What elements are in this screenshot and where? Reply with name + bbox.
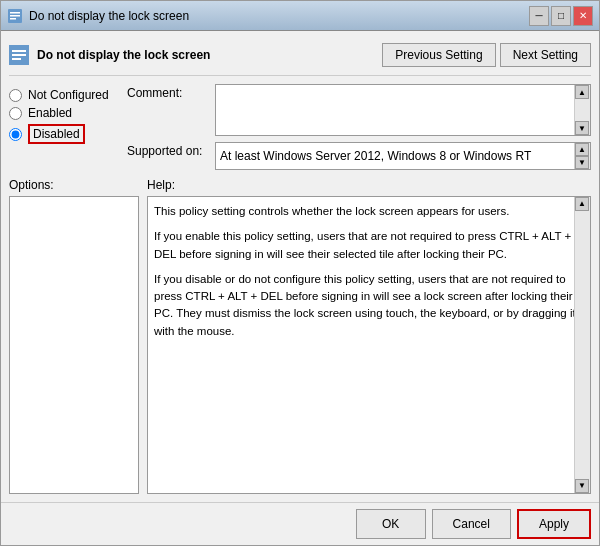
enabled-radio[interactable]	[9, 107, 22, 120]
svg-rect-1	[10, 12, 20, 14]
comment-label: Comment:	[127, 84, 207, 100]
options-column: Options:	[9, 178, 139, 494]
supported-scroll-up[interactable]: ▲	[575, 143, 589, 156]
supported-scrollbar: ▲ ▼	[574, 143, 590, 169]
scroll-up-arrow[interactable]: ▲	[575, 85, 589, 99]
previous-setting-button[interactable]: Previous Setting	[382, 43, 495, 67]
maximize-button[interactable]: □	[551, 6, 571, 26]
title-controls: ─ □ ✕	[529, 6, 593, 26]
help-label: Help:	[147, 178, 591, 192]
enabled-option[interactable]: Enabled	[9, 106, 119, 120]
comment-scrollbar: ▲ ▼	[574, 85, 590, 135]
comment-row: Comment: ▲ ▼	[127, 84, 591, 136]
svg-rect-7	[12, 58, 21, 60]
not-configured-radio[interactable]	[9, 89, 22, 102]
svg-rect-5	[12, 50, 26, 52]
help-scroll-down[interactable]: ▼	[575, 479, 589, 493]
svg-rect-3	[10, 18, 16, 20]
content-area: Do not display the lock screen Previous …	[1, 31, 599, 502]
header-section: Do not display the lock screen Previous …	[9, 39, 591, 76]
policy-title-area: Do not display the lock screen	[9, 45, 210, 65]
help-text: This policy setting controls whether the…	[154, 203, 584, 340]
policy-title-text: Do not display the lock screen	[37, 48, 210, 62]
ok-button[interactable]: OK	[356, 509, 426, 539]
disabled-option[interactable]: Disabled	[9, 124, 119, 144]
close-button[interactable]: ✕	[573, 6, 593, 26]
supported-value: At least Windows Server 2012, Windows 8 …	[216, 145, 574, 167]
supported-wrapper: At least Windows Server 2012, Windows 8 …	[215, 142, 591, 170]
supported-label: Supported on:	[127, 142, 207, 158]
help-column: Help: This policy setting controls wheth…	[147, 178, 591, 494]
help-paragraph-1: This policy setting controls whether the…	[154, 203, 584, 220]
supported-scroll-down[interactable]: ▼	[575, 156, 589, 169]
disabled-label: Disabled	[28, 124, 85, 144]
policy-icon	[9, 45, 29, 65]
title-bar: Do not display the lock screen ─ □ ✕	[1, 1, 599, 31]
comment-input[interactable]	[216, 85, 574, 135]
scroll-down-arrow[interactable]: ▼	[575, 121, 589, 135]
help-scroll-up[interactable]: ▲	[575, 197, 589, 211]
nav-buttons: Previous Setting Next Setting	[382, 43, 591, 67]
help-paragraph-2: If you enable this policy setting, users…	[154, 228, 584, 263]
radio-form-area: Not Configured Enabled Disabled Comment:	[9, 84, 591, 170]
help-paragraph-3: If you disable or do not configure this …	[154, 271, 584, 340]
options-label: Options:	[9, 178, 139, 192]
svg-rect-6	[12, 54, 26, 56]
svg-rect-2	[10, 15, 20, 17]
form-area: Comment: ▲ ▼ Supported on: At least Wind…	[127, 84, 591, 170]
help-scrollbar: ▲ ▼	[574, 197, 590, 493]
help-box: This policy setting controls whether the…	[147, 196, 591, 494]
window-icon	[7, 8, 23, 24]
not-configured-label: Not Configured	[28, 88, 109, 102]
not-configured-option[interactable]: Not Configured	[9, 88, 119, 102]
radio-group: Not Configured Enabled Disabled	[9, 84, 119, 148]
two-column-area: Options: Help: This policy setting contr…	[9, 178, 591, 494]
comment-wrapper: ▲ ▼	[215, 84, 591, 136]
next-setting-button[interactable]: Next Setting	[500, 43, 591, 67]
disabled-radio[interactable]	[9, 128, 22, 141]
supported-row: Supported on: At least Windows Server 20…	[127, 142, 591, 170]
enabled-label: Enabled	[28, 106, 72, 120]
title-bar-left: Do not display the lock screen	[7, 8, 189, 24]
apply-button[interactable]: Apply	[517, 509, 591, 539]
window-title: Do not display the lock screen	[29, 9, 189, 23]
main-window: Do not display the lock screen ─ □ ✕ Do	[0, 0, 600, 546]
footer: OK Cancel Apply	[1, 502, 599, 545]
options-box	[9, 196, 139, 494]
cancel-button[interactable]: Cancel	[432, 509, 511, 539]
minimize-button[interactable]: ─	[529, 6, 549, 26]
